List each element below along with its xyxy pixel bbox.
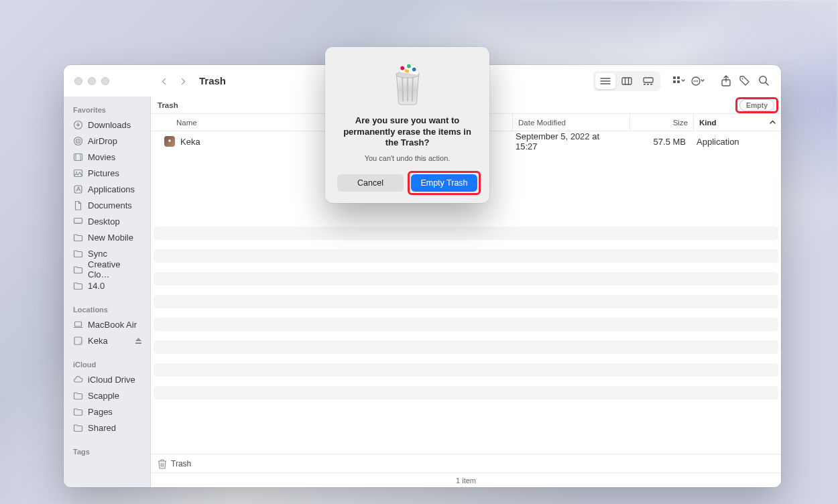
sidebar-section-label: Tags (64, 444, 150, 458)
window-title: Trash (199, 75, 226, 86)
svg-line-42 (412, 77, 412, 101)
list-gap (151, 354, 781, 363)
minimize-window-icon[interactable] (88, 77, 96, 85)
svg-rect-7 (644, 84, 646, 85)
empty-trash-button[interactable]: Empty Trash (411, 174, 477, 192)
list-gap (151, 286, 781, 295)
svg-point-25 (78, 140, 79, 141)
sidebar-item-label: Shared (88, 423, 116, 433)
sidebar-item[interactable]: Scapple (64, 387, 150, 403)
list-stripe (154, 318, 778, 331)
list-stripe (154, 249, 778, 263)
location-label: Trash (158, 101, 178, 109)
cancel-button[interactable]: Cancel (337, 174, 404, 192)
sidebar-item[interactable]: Desktop (64, 213, 150, 229)
sidebar-item[interactable]: Keka (64, 332, 150, 349)
sidebar-item[interactable]: MacBook Air (64, 316, 150, 332)
list-stripe (154, 272, 778, 286)
view-gallery-button[interactable] (638, 73, 658, 89)
column-date[interactable]: Date Modified (513, 114, 630, 131)
sidebar-item[interactable]: Pictures (64, 165, 150, 181)
app-icon (164, 136, 175, 147)
sidebar-item[interactable]: AirDrop (64, 133, 150, 149)
tags-button[interactable] (735, 72, 754, 90)
sidebar-item-label: Sync (88, 249, 107, 259)
sidebar-item-label: Desktop (88, 216, 120, 227)
gallery-icon (643, 77, 654, 85)
column-size[interactable]: Size (630, 114, 694, 131)
eject-icon[interactable] (135, 337, 142, 344)
forward-button[interactable] (180, 73, 187, 88)
svg-rect-12 (673, 80, 676, 83)
sidebar-item[interactable]: Shared (64, 420, 150, 436)
column-kind[interactable]: Kind (694, 114, 781, 131)
columns-icon (621, 77, 632, 85)
sidebar-item[interactable]: Applications (64, 181, 150, 197)
sidebar: FavoritesDownloadsAirDropMoviesPicturesA… (64, 97, 151, 487)
sidebar-item[interactable]: 14.0 (64, 277, 150, 294)
sidebar-item[interactable]: Pages (64, 403, 150, 420)
svg-point-19 (742, 78, 743, 79)
share-button[interactable] (717, 72, 735, 90)
view-columns-button[interactable] (617, 73, 637, 89)
sidebar-item[interactable]: iCloud Drive (64, 371, 150, 387)
ellipsis-circle-icon (691, 76, 705, 86)
sidebar-item-label: Keka (88, 336, 108, 346)
list-gap (151, 308, 781, 318)
path-label[interactable]: Trash (171, 459, 191, 468)
sidebar-item-label: Pictures (88, 168, 119, 178)
list-stripe (154, 386, 778, 399)
tag-icon (739, 75, 751, 87)
sidebar-item-label: Documents (88, 200, 132, 210)
svg-rect-33 (74, 222, 82, 224)
action-menu-button[interactable] (689, 72, 707, 90)
svg-point-36 (80, 342, 81, 344)
close-window-icon[interactable] (74, 77, 82, 85)
view-switcher (593, 71, 660, 91)
svg-rect-13 (677, 80, 680, 83)
sidebar-item[interactable]: Creative Clo… (64, 261, 150, 277)
sidebar-item-label: 14.0 (88, 281, 105, 291)
sidebar-item-label: Pages (88, 407, 113, 417)
svg-rect-10 (673, 76, 676, 79)
sidebar-item[interactable]: Documents (64, 197, 150, 213)
svg-point-17 (697, 80, 699, 82)
svg-rect-8 (647, 84, 649, 85)
search-icon (758, 75, 770, 86)
svg-line-40 (402, 77, 403, 101)
svg-point-45 (407, 64, 411, 68)
window-controls (64, 65, 151, 97)
svg-point-15 (694, 80, 695, 82)
search-button[interactable] (754, 72, 773, 90)
svg-point-16 (695, 80, 697, 82)
sidebar-item-label: New Mobile (88, 233, 133, 243)
share-icon (721, 75, 731, 87)
sidebar-item-label: Downloads (88, 120, 131, 130)
sidebar-item-label: MacBook Air (88, 320, 137, 330)
list-stripe (154, 363, 778, 377)
back-button[interactable] (160, 73, 168, 88)
column-kind-label: Kind (699, 119, 717, 127)
list-gap (151, 331, 781, 340)
sidebar-item[interactable]: New Mobile (64, 229, 150, 245)
view-list-button[interactable] (595, 73, 615, 89)
sort-indicator-icon (770, 119, 776, 125)
status-bar: 1 item (151, 472, 781, 487)
empty-trash-pill[interactable]: Empty (739, 99, 774, 111)
group-by-button[interactable] (670, 72, 689, 90)
list-gap (151, 240, 781, 249)
sidebar-item-label: Scapple (88, 391, 119, 401)
file-kind: Application (691, 137, 778, 147)
sidebar-section-label: Favorites (64, 102, 150, 117)
sidebar-item-label: iCloud Drive (88, 375, 135, 385)
zoom-window-icon[interactable] (101, 77, 109, 85)
svg-point-20 (759, 76, 766, 83)
svg-rect-6 (644, 78, 653, 82)
sidebar-item[interactable]: Movies (64, 149, 150, 165)
chevron-left-icon (160, 78, 168, 85)
dialog-message: You can't undo this action. (337, 154, 477, 162)
sidebar-item-label: Applications (88, 184, 135, 194)
svg-line-21 (766, 82, 768, 85)
sidebar-item[interactable]: Downloads (64, 117, 150, 133)
list-stripe (154, 340, 778, 354)
